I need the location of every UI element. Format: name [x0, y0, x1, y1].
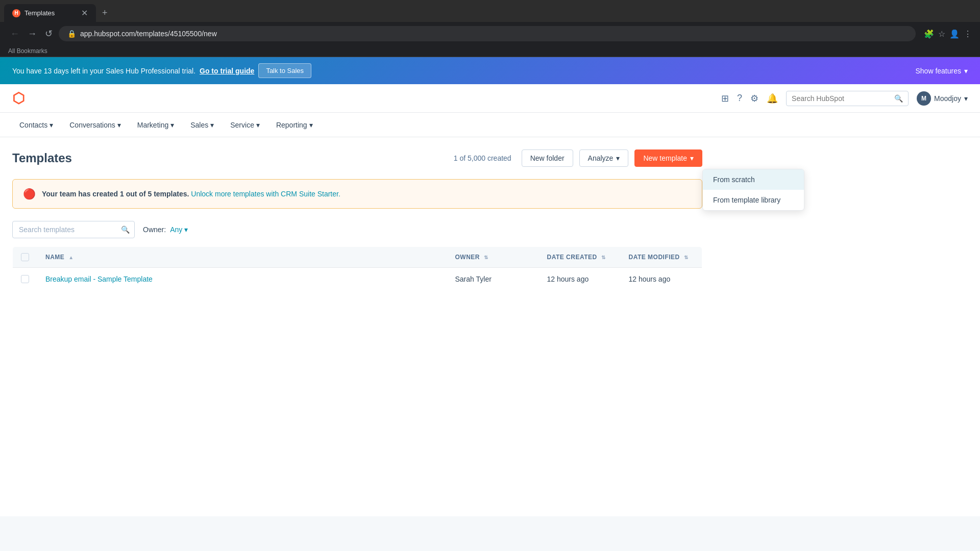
header-date-created[interactable]: DATE CREATED ⇅ [539, 247, 621, 268]
header-date-modified[interactable]: DATE MODIFIED ⇅ [621, 247, 702, 268]
table-row: Breakup email - Sample Template Sarah Ty… [13, 268, 702, 291]
owner-filter: Owner: Any ▾ [143, 226, 188, 234]
search-input-wrapper: 🔍 [12, 221, 135, 238]
profile-icon[interactable]: 👤 [949, 29, 960, 39]
analyze-chevron-icon: ▾ [616, 154, 620, 162]
nav-item-sales[interactable]: Sales ▾ [183, 115, 221, 135]
owner-label: Owner: [143, 226, 166, 234]
service-label: Service [230, 121, 254, 129]
nav-item-conversations[interactable]: Conversations ▾ [62, 115, 128, 135]
contacts-chevron-icon: ▾ [50, 121, 53, 129]
apps-icon[interactable]: ⊞ [721, 93, 729, 104]
trial-message: You have 13 days left in your Sales Hub … [12, 67, 195, 75]
owner-dropdown[interactable]: Any ▾ [170, 226, 188, 234]
top-nav: ⬡ ⊞ ? ⚙ 🔔 🔍 M Moodjoy ▾ [0, 84, 980, 113]
alert-text: Your team has created 1 out of 5 templat… [42, 190, 340, 198]
trial-banner: You have 13 days left in your Sales Hub … [0, 57, 980, 84]
back-button[interactable]: ← [8, 27, 21, 41]
nav-item-reporting[interactable]: Reporting ▾ [269, 115, 320, 135]
row-modified-cell: 12 hours ago [621, 268, 702, 291]
templates-table: NAME ▲ OWNER ⇅ DATE CREATED ⇅ DATE MODIF… [12, 246, 702, 291]
date-modified-header-label: DATE MODIFIED [629, 254, 680, 261]
bookmarks-bar: All Bookmarks [0, 45, 980, 57]
template-search-input[interactable] [12, 221, 135, 238]
search-input[interactable] [792, 94, 890, 103]
date-modified-sort-icon: ⇅ [684, 255, 689, 260]
alert-upgrade-link[interactable]: Unlock more templates with CRM Suite Sta… [191, 190, 340, 198]
header-name[interactable]: NAME ▲ [37, 247, 447, 268]
header-checkbox[interactable] [21, 253, 29, 261]
analyze-label: Analyze [588, 154, 614, 162]
extensions-icon[interactable]: 🧩 [924, 29, 934, 39]
name-header-label: NAME [45, 254, 64, 261]
date-created-header-label: DATE CREATED [547, 254, 597, 261]
forward-button[interactable]: → [26, 27, 39, 41]
row-name-cell: Breakup email - Sample Template [37, 268, 447, 291]
page-content: Templates 1 of 5,000 created New folder … [0, 137, 715, 303]
row-created-value: 12 hours ago [547, 275, 589, 283]
bookmark-icon[interactable]: ☆ [938, 29, 945, 39]
menu-icon[interactable]: ⋮ [964, 29, 972, 39]
alert-bold-text: Your team has created 1 out of 5 templat… [42, 190, 189, 198]
reporting-chevron-icon: ▾ [309, 121, 313, 129]
owner-header-label: OWNER [455, 254, 480, 261]
talk-to-sales-button[interactable]: Talk to Sales [258, 63, 311, 78]
row-owner-cell: Sarah Tyler [447, 268, 539, 291]
contacts-label: Contacts [19, 121, 47, 129]
browser-actions: 🧩 ☆ 👤 ⋮ [924, 29, 972, 39]
new-template-label: New template [643, 154, 687, 162]
tab-close-button[interactable]: ✕ [81, 8, 88, 18]
template-search-icon: 🔍 [121, 226, 130, 234]
tab-favicon: H [12, 9, 20, 17]
trial-guide-link[interactable]: Go to trial guide [200, 67, 254, 75]
header-checkbox-col [13, 247, 38, 268]
from-template-library-option[interactable]: From template library [703, 190, 804, 210]
active-tab[interactable]: H Templates ✕ [4, 4, 96, 22]
marketing-chevron-icon: ▾ [170, 121, 174, 129]
nav-item-contacts[interactable]: Contacts ▾ [12, 115, 60, 135]
reload-button[interactable]: ↺ [43, 26, 55, 41]
chevron-down-icon: ▾ [964, 67, 968, 75]
row-checkbox-cell [13, 268, 38, 291]
name-sort-icon: ▲ [68, 255, 74, 260]
new-folder-button[interactable]: New folder [522, 149, 573, 167]
row-checkbox[interactable] [21, 275, 29, 283]
tab-title: Templates [24, 9, 55, 17]
alert-icon: 🔴 [23, 188, 36, 200]
notifications-icon[interactable]: 🔔 [767, 93, 778, 104]
new-tab-button[interactable]: + [98, 6, 112, 20]
page-title: Templates [12, 151, 72, 165]
search-box[interactable]: 🔍 [786, 91, 909, 106]
browser-controls: ← → ↺ 🔒 app.hubspot.com/templates/451055… [0, 22, 980, 45]
help-icon[interactable]: ? [737, 93, 742, 104]
bookmarks-label: All Bookmarks [8, 47, 47, 55]
settings-icon[interactable]: ⚙ [750, 93, 758, 104]
new-template-button[interactable]: New template ▾ [634, 149, 702, 167]
conversations-chevron-icon: ▾ [117, 121, 121, 129]
header-owner[interactable]: OWNER ⇅ [447, 247, 539, 268]
owner-chevron-icon: ▾ [184, 226, 188, 234]
owner-sort-icon: ⇅ [484, 255, 488, 260]
service-chevron-icon: ▾ [256, 121, 260, 129]
row-owner-value: Sarah Tyler [455, 275, 492, 283]
row-modified-value: 12 hours ago [629, 275, 671, 283]
address-bar[interactable]: 🔒 app.hubspot.com/templates/45105500/new [59, 26, 916, 41]
alert-banner: 🔴 Your team has created 1 out of 5 templ… [12, 179, 702, 209]
dropdown-menu: From scratch From template library [702, 169, 804, 211]
main-nav: Contacts ▾ Conversations ▾ Marketing ▾ S… [0, 113, 980, 137]
hubspot-logo[interactable]: ⬡ [12, 90, 24, 107]
nav-item-marketing[interactable]: Marketing ▾ [130, 115, 181, 135]
table-body: Breakup email - Sample Template Sarah Ty… [13, 268, 702, 291]
avatar: M [917, 91, 931, 106]
from-scratch-option[interactable]: From scratch [703, 169, 804, 190]
new-template-chevron-icon: ▾ [690, 154, 694, 162]
nav-item-service[interactable]: Service ▾ [223, 115, 267, 135]
browser-chrome: H Templates ✕ + ← → ↺ 🔒 app.hubspot.com/… [0, 0, 980, 57]
show-features-button[interactable]: Show features ▾ [916, 67, 968, 75]
page-header: Templates 1 of 5,000 created New folder … [12, 149, 702, 167]
page-actions-wrapper: 1 of 5,000 created New folder Analyze ▾ … [454, 149, 702, 167]
template-name-link[interactable]: Breakup email - Sample Template [45, 275, 153, 283]
user-menu[interactable]: M Moodjoy ▾ [917, 91, 968, 106]
conversations-label: Conversations [69, 121, 115, 129]
analyze-button[interactable]: Analyze ▾ [579, 149, 629, 167]
